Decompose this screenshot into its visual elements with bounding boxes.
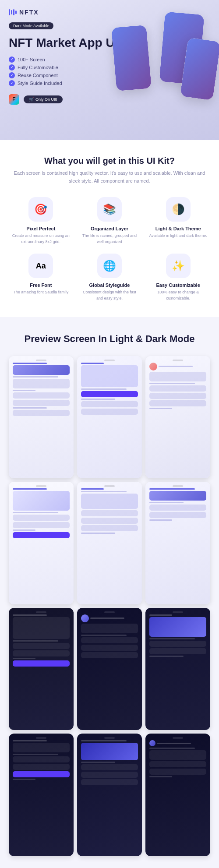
screen-card: [13, 410, 70, 416]
screen-dark-6: [145, 734, 210, 856]
logo-text: NFTX: [19, 9, 39, 16]
phone-content: [147, 488, 208, 603]
phone-content: [79, 363, 140, 477]
screen-card: [13, 771, 70, 777]
screen-element: [13, 376, 58, 378]
feature-card-title: Global Styleguide: [79, 282, 140, 288]
phone-notch: [36, 485, 46, 487]
screen-element: [81, 363, 104, 364]
screen-card: [149, 750, 206, 760]
screen-dark-2: [77, 608, 142, 730]
screen-element: [157, 743, 191, 744]
screen-card: [149, 385, 206, 392]
screen-card: [81, 409, 138, 415]
phone-inner: [11, 610, 72, 729]
screen-element: [13, 614, 47, 616]
screen-element: [81, 491, 127, 492]
screen-dark-3: [145, 608, 210, 730]
avatar: [81, 614, 89, 622]
screen-card: [81, 637, 138, 643]
screen-card: [13, 650, 70, 656]
phone-notch: [104, 485, 115, 487]
screen-card: [81, 764, 138, 770]
screen-card: [13, 400, 70, 406]
feature-card-title: Organized Layer: [79, 226, 140, 231]
phone-inner: [147, 735, 208, 854]
phone-inner: [11, 358, 72, 477]
feature-card-title: Pixel Perfect: [11, 226, 71, 231]
screen-element: [13, 658, 35, 659]
phone-row: [81, 614, 138, 622]
hero-mockups: [110, 4, 219, 136]
mockup-phone-2: [111, 25, 152, 91]
screen-element: [13, 512, 58, 513]
screen-card: [149, 512, 206, 518]
screen-card: [81, 772, 138, 778]
screen-element: [159, 366, 193, 367]
screen-card: [81, 743, 138, 760]
screen-card: [13, 532, 70, 538]
hero-section: NFTX Dark Mode Available NFT Market App …: [0, 0, 219, 140]
avatar: [149, 740, 155, 746]
screen-element: [90, 617, 124, 619]
features-grid: 🎯 Pixel Perfect Create and measure on us…: [9, 197, 210, 301]
phone-content: [79, 614, 140, 729]
screen-card: [13, 617, 70, 639]
pixel-perfect-icon: 🎯: [28, 197, 53, 222]
feature-card-desc: Available in light and dark theme.: [148, 233, 208, 239]
screen-dark-1: [9, 608, 74, 730]
feature-card-title: Free Font: [11, 282, 71, 288]
feature-card-desc: Consistent design with the fast and easy…: [79, 289, 140, 301]
screen-element: [81, 399, 115, 400]
phone-content: [11, 488, 72, 603]
what-title: What you will get in this UI Kit?: [9, 156, 210, 166]
screen-element: [149, 519, 172, 521]
screen-element: [149, 638, 195, 639]
screen-card: [81, 510, 138, 516]
uib-badge: 🛒 Only On UI8: [24, 95, 63, 103]
screen-card: [149, 648, 206, 654]
phone-content: [11, 614, 72, 729]
feature-card-styleguide: 🌐 Global Styleguide Consistent design wi…: [78, 254, 142, 301]
feature-card-desc: Create and measure on using an extraordi…: [11, 233, 71, 245]
screen-element: [81, 488, 104, 490]
phone-content: [147, 740, 208, 854]
feature-card-desc: The amazing font Saudia family: [11, 289, 71, 296]
screen-card: [149, 761, 206, 767]
phone-row: [149, 740, 206, 746]
screen-element: [149, 656, 184, 657]
screen-element: [13, 407, 47, 409]
feature-card-customizable: ✨ Easy Customizable 100% easy to change …: [146, 254, 210, 301]
screen-element: [13, 363, 47, 364]
screen-card: [149, 393, 206, 399]
screen-card: [13, 660, 70, 667]
what-subtitle: Each screen is contained high quality ve…: [9, 169, 210, 185]
screen-card: [13, 756, 70, 762]
phone-inner: [79, 483, 140, 603]
screen-card: [13, 491, 70, 511]
phone-inner: [79, 358, 140, 477]
screen-card: [81, 645, 138, 651]
screen-dark-4: [9, 734, 74, 856]
screen-card: [149, 641, 206, 647]
screen-element: [81, 533, 115, 534]
screen-element: [13, 779, 35, 780]
screen-element: [149, 502, 184, 503]
phone-content: [147, 363, 208, 477]
screen-element: [13, 640, 58, 642]
phone-notch: [173, 737, 183, 739]
dark-screens-row-1: [9, 608, 210, 730]
screen-dark-5: [77, 734, 142, 856]
screen-element: [149, 614, 172, 616]
screen-light-2: [77, 356, 142, 479]
screen-card: [13, 392, 70, 399]
phone-notch: [36, 611, 46, 613]
phone-notch: [173, 611, 183, 613]
dark-mode-badge: Dark Mode Available: [9, 22, 53, 29]
phone-inner: [147, 358, 208, 477]
screen-light-5: [77, 482, 142, 604]
screen-card: [81, 518, 138, 524]
free-font-icon: Aa: [28, 254, 53, 278]
light-dark-icon: 🌗: [166, 197, 191, 222]
screen-card: [149, 769, 206, 775]
